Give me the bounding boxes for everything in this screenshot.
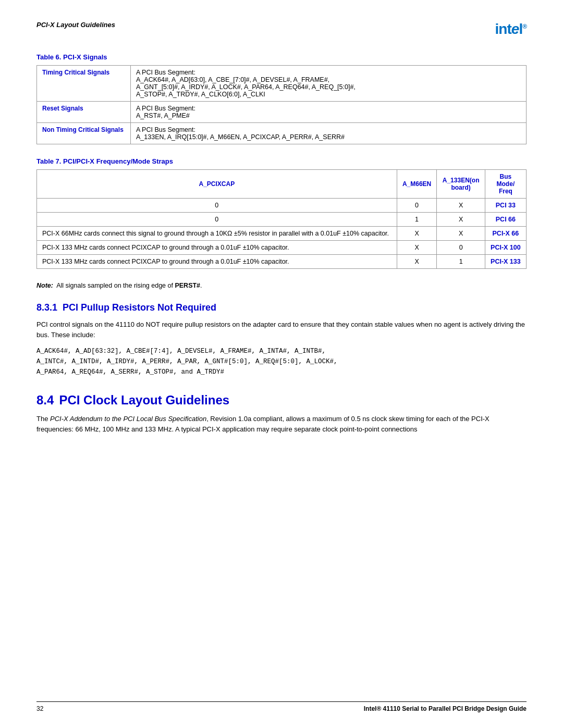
- section-831: 8.3.1 PCI Pullup Resistors Not Required …: [36, 302, 527, 377]
- row1-col2: 0: [397, 199, 437, 213]
- header-title: PCI-X Layout Guidelines: [36, 21, 115, 29]
- section-84-body: The PCI-X Addendum to the PCI Local Bus …: [36, 414, 527, 434]
- reset-bus-label: A PCI Bus Segment:: [136, 105, 195, 112]
- table-row: PCI-X 133 MHz cards connect PCIXCAP to g…: [37, 241, 527, 255]
- signal-data-nontiming: A PCI Bus Segment: A_133EN, A_IRQ[15:0]#…: [131, 123, 527, 144]
- section-831-body: PCI control signals on the 41110 do NOT …: [36, 319, 527, 340]
- note-end: .: [200, 282, 202, 289]
- table7-caption-text: PCI/PCI-X Frequency/Mode Straps: [63, 157, 173, 165]
- footer-doc-title: Intel® 41110 Serial to Parallel PCI Brid…: [364, 705, 527, 712]
- intel-logo: intel®: [495, 21, 527, 38]
- reset-signals-text: A_RST#, A_PME#: [136, 112, 190, 119]
- nontiming-signals-text: A_133EN, A_IRQ[15:0]#, A_M66EN, A_PCIXCA…: [136, 133, 345, 141]
- row5-col3: 1: [437, 255, 485, 269]
- section-84-number: 8.4: [36, 393, 54, 408]
- bus-segment-label: A PCI Bus Segment:: [136, 69, 195, 76]
- footer-page-number: 32: [36, 705, 43, 712]
- table-row: 0 0 X PCI 33: [37, 199, 527, 213]
- signal-label-nontiming: Non Timing Critical Signals: [42, 126, 124, 133]
- nontiming-bus-label: A PCI Bus Segment:: [136, 126, 195, 133]
- col3-line2: board): [451, 184, 470, 191]
- row1-col1: 0: [37, 199, 397, 213]
- row1-col4: PCI 33: [485, 199, 526, 213]
- table-row: 0 1 X PCI 66: [37, 213, 527, 227]
- table7-section: Table 7. PCI/PCI-X Frequency/Mode Straps…: [36, 157, 527, 269]
- row3-col2: X: [397, 227, 437, 241]
- signal-cell: Timing Critical Signals: [37, 66, 131, 102]
- row2-col4: PCI 66: [485, 213, 526, 227]
- note-bold: PERST#: [175, 282, 200, 289]
- row5-col1: PCI-X 133 MHz cards connect PCIXCAP to g…: [37, 255, 397, 269]
- section-84-heading: 8.4 PCI Clock Layout Guidelines: [36, 393, 527, 408]
- page-header: PCI-X Layout Guidelines intel®: [36, 21, 527, 38]
- col4-header: Bus Mode/ Freq: [485, 170, 526, 199]
- section-831-number: 8.3.1: [36, 302, 57, 313]
- timing-signals-text: A_ACK64#, A_AD[63:0], A_CBE_[7:0]#, A_DE…: [136, 76, 356, 98]
- page-footer: 32 Intel® 41110 Serial to Parallel PCI B…: [36, 701, 527, 712]
- section-831-title: PCI Pullup Resistors Not Required: [63, 302, 216, 313]
- row1-col3: X: [437, 199, 485, 213]
- row5-col4: PCI-X 133: [485, 255, 526, 269]
- signal-label-reset: Reset Signals: [42, 105, 83, 112]
- col3-line1: A_133EN(on: [443, 177, 480, 184]
- signal-data-reset: A PCI Bus Segment: A_RST#, A_PME#: [131, 102, 527, 123]
- row4-col1: PCI-X 133 MHz cards connect PCIXCAP to g…: [37, 241, 397, 255]
- note-text: All signals sampled on the rising edge o…: [56, 282, 175, 289]
- section-831-heading: 8.3.1 PCI Pullup Resistors Not Required: [36, 302, 527, 313]
- row3-col1: PCI-X 66MHz cards connect this signal to…: [37, 227, 397, 241]
- row2-col3: X: [437, 213, 485, 227]
- row5-col2: X: [397, 255, 437, 269]
- section-84: 8.4 PCI Clock Layout Guidelines The PCI-…: [36, 393, 527, 434]
- row2-col2: 1: [397, 213, 437, 227]
- signal-cell: Non Timing Critical Signals: [37, 123, 131, 144]
- table7-header-row: A_PCIXCAP A_M66EN A_133EN(on board) Bus …: [37, 170, 527, 199]
- table6-caption-bold: Table 6.: [36, 53, 61, 61]
- table-row: PCI-X 133 MHz cards connect PCIXCAP to g…: [37, 255, 527, 269]
- registered-mark: ®: [522, 23, 527, 30]
- note-label: Note:: [36, 282, 53, 289]
- col4-line3: Freq: [499, 188, 512, 195]
- signal-cell: Reset Signals: [37, 102, 131, 123]
- table6-caption: Table 6. PCI-X Signals: [36, 53, 527, 61]
- page: PCI-X Layout Guidelines intel® Table 6. …: [0, 0, 563, 728]
- section-84-title: PCI Clock Layout Guidelines: [59, 393, 229, 408]
- table-row: PCI-X 66MHz cards connect this signal to…: [37, 227, 527, 241]
- table7: A_PCIXCAP A_M66EN A_133EN(on board) Bus …: [36, 169, 527, 269]
- signal-label-timing: Timing Critical Signals: [42, 69, 109, 76]
- col3-header: A_133EN(on board): [437, 170, 485, 199]
- note-section: Note: All signals sampled on the rising …: [36, 282, 527, 289]
- col1-header: A_PCIXCAP: [37, 170, 397, 199]
- section-831-code: A_ACK64#, A_AD[63:32], A_CBE#[7:4], A_DE…: [36, 346, 527, 377]
- section-84-italic: PCI-X Addendum to the PCI Local Bus Spec…: [50, 415, 206, 423]
- table-row: Non Timing Critical Signals A PCI Bus Se…: [37, 123, 527, 144]
- table6-section: Table 6. PCI-X Signals Timing Critical S…: [36, 53, 527, 144]
- table6: Timing Critical Signals A PCI Bus Segmen…: [36, 65, 527, 144]
- row3-col3: X: [437, 227, 485, 241]
- table-row: Timing Critical Signals A PCI Bus Segmen…: [37, 66, 527, 102]
- table6-caption-text: PCI-X Signals: [63, 53, 107, 61]
- row2-col1: 0: [37, 213, 397, 227]
- table7-caption-bold: Table 7.: [36, 157, 61, 165]
- table7-caption: Table 7. PCI/PCI-X Frequency/Mode Straps: [36, 157, 527, 165]
- col4-line1: Bus: [500, 173, 512, 180]
- row3-col4: PCI-X 66: [485, 227, 526, 241]
- signal-data-timing: A PCI Bus Segment: A_ACK64#, A_AD[63:0],…: [131, 66, 527, 102]
- col4-line2: Mode/: [497, 180, 515, 188]
- row4-col4: PCI-X 100: [485, 241, 526, 255]
- row4-col2: X: [397, 241, 437, 255]
- col2-header: A_M66EN: [397, 170, 437, 199]
- row4-col3: 0: [437, 241, 485, 255]
- table-row: Reset Signals A PCI Bus Segment: A_RST#,…: [37, 102, 527, 123]
